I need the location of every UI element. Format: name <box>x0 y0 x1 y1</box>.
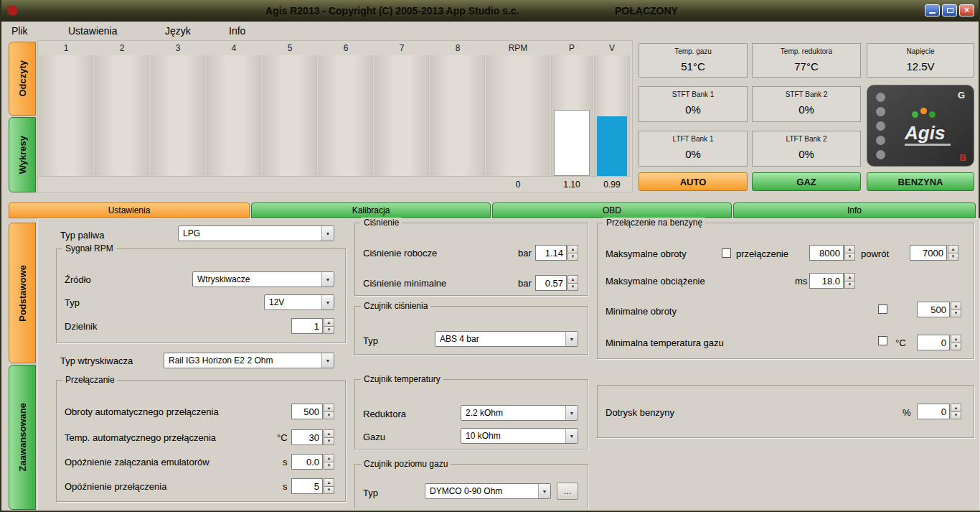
gazu-select[interactable]: 10 kOhm ▼ <box>461 428 578 444</box>
tab-info[interactable]: Info <box>733 203 976 218</box>
reduktora-select[interactable]: 2.2 kOhm ▼ <box>461 405 578 421</box>
chart-column: 6 <box>318 41 374 192</box>
minimize-button[interactable] <box>925 4 940 17</box>
spin-down-icon[interactable]: ▼ <box>844 281 855 289</box>
typ-paliwa-value: LPG <box>179 226 321 241</box>
cisnienie-minimalne-unit: bar <box>518 278 532 289</box>
maks-obciazenie-value[interactable]: 18.0 <box>809 273 844 289</box>
spin-up-icon[interactable]: ▲ <box>951 335 961 343</box>
spin-down-icon[interactable]: ▼ <box>324 487 334 495</box>
zrodlo-select[interactable]: Wtryskiwacze ▼ <box>192 271 334 287</box>
spin-up-icon[interactable]: ▲ <box>951 404 961 412</box>
typ-paliwa-select[interactable]: LPG ▼ <box>178 225 334 241</box>
auto-mode-button[interactable]: AUTO <box>639 172 748 191</box>
min-temp-checkbox[interactable] <box>878 336 887 345</box>
spin-up-icon[interactable]: ▲ <box>951 302 961 310</box>
spin-up-icon[interactable]: ▲ <box>567 245 578 253</box>
cisnienie-robocze-value[interactable]: 1.14 <box>535 245 567 261</box>
spin-up-icon[interactable]: ▲ <box>324 318 334 327</box>
czujnik-cisnienia-select[interactable]: ABS 4 bar ▼ <box>435 331 578 347</box>
dotrysk-spinner: 0 ▲▼ <box>917 404 961 419</box>
spin-down-icon[interactable]: ▼ <box>324 438 334 446</box>
chart-track <box>486 55 550 176</box>
spin-down-icon[interactable]: ▼ <box>844 253 855 261</box>
min-temp-value[interactable]: 0 <box>917 335 950 350</box>
opoznienie-przelaczenia-label: Opóźnienie przełączenia <box>65 481 166 492</box>
chevron-down-icon: ▼ <box>321 272 334 287</box>
temp-auto-label: Temp. automatycznego przełączenia <box>65 432 216 443</box>
spin-down-icon[interactable]: ▼ <box>567 253 578 261</box>
benzyna-mode-button[interactable]: BENZYNA <box>867 172 974 191</box>
spin-up-icon[interactable]: ▲ <box>844 245 855 253</box>
chart-column-header: P <box>550 41 593 55</box>
spin-down-icon[interactable]: ▼ <box>324 462 334 470</box>
dzielnik-value[interactable]: 1 <box>291 318 323 334</box>
chart-column-header: 1 <box>38 41 94 55</box>
chart-value-label <box>318 176 374 192</box>
tab-podstawowe[interactable]: Podstawowe <box>9 223 36 363</box>
maks-obroty-value[interactable]: 8000 <box>809 245 844 261</box>
chart-value-label <box>374 176 430 192</box>
close-button[interactable]: × <box>959 4 974 17</box>
czujnik-temperatury-group-title: Czujnik temperatury <box>361 374 443 384</box>
menu-plik[interactable]: Plik <box>11 25 28 37</box>
title-bar: Agis R2013 - Copyright (C) 2005-2013 App… <box>1 0 979 22</box>
czujnik-poziomu-more-button[interactable]: ... <box>557 483 578 500</box>
tab-kalibracja[interactable]: Kalibracja <box>251 203 491 218</box>
cisnienie-minimalne-value[interactable]: 0.57 <box>535 275 567 291</box>
spin-up-icon[interactable]: ▲ <box>324 478 334 487</box>
min-temp-unit: °C <box>895 338 906 348</box>
logo-letter-b: B <box>960 152 966 163</box>
spin-up-icon[interactable]: ▲ <box>324 429 334 438</box>
spin-up-icon[interactable]: ▲ <box>324 404 334 412</box>
menu-info[interactable]: Info <box>229 25 245 37</box>
spin-down-icon[interactable]: ▼ <box>951 412 961 420</box>
obroty-auto-value[interactable]: 500 <box>291 404 323 419</box>
przelaczanie-group-title: Przełączanie <box>62 375 118 385</box>
spin-down-icon[interactable]: ▼ <box>324 412 334 420</box>
spin-down-icon[interactable]: ▼ <box>948 253 958 261</box>
chart-column-voltage: V0.99 <box>593 41 631 192</box>
dotrysk-value[interactable]: 0 <box>917 404 950 419</box>
chart-value-label: 0.99 <box>593 176 631 192</box>
tab-wykresy[interactable]: Wykresy <box>9 117 36 192</box>
voltage-bar <box>597 116 627 176</box>
temp-auto-value[interactable]: 30 <box>291 429 323 445</box>
panel-caption: Temp. gazu <box>639 47 747 55</box>
spin-up-icon[interactable]: ▲ <box>844 273 855 281</box>
powrot-value[interactable]: 7000 <box>910 245 947 261</box>
panel-value: 0% <box>753 148 860 160</box>
panel-stft-bank2: STFT Bank 2 0% <box>752 86 861 122</box>
opoznienie-emulatorow-value[interactable]: 0.0 <box>291 454 323 470</box>
typ-wtryskiwacza-select[interactable]: Rail IG3 Horizon E2 2 Ohm ▼ <box>164 353 334 368</box>
tab-zaawansowane[interactable]: Zaawansowane <box>9 365 36 510</box>
spin-down-icon[interactable]: ▼ <box>951 310 961 318</box>
czujnik-poziomu-select[interactable]: DYMCO 0-90 Ohm ▼ <box>425 483 551 499</box>
chart-column-rpm: RPM0 <box>486 41 550 192</box>
tab-odczyty[interactable]: Odczyty <box>9 42 36 116</box>
spin-down-icon[interactable]: ▼ <box>324 327 334 335</box>
spin-up-icon[interactable]: ▲ <box>567 275 578 284</box>
tab-ustawienia[interactable]: Ustawienia <box>9 203 250 218</box>
spin-down-icon[interactable]: ▼ <box>951 343 961 351</box>
opoznienie-przelaczenia-value[interactable]: 5 <box>291 478 323 494</box>
menu-ustawienia[interactable]: Ustawienia <box>68 25 117 37</box>
cisnienie-robocze-unit: bar <box>518 248 532 259</box>
window-controls: × <box>925 4 974 17</box>
tab-obd[interactable]: OBD <box>492 203 732 218</box>
spin-down-icon[interactable]: ▼ <box>567 284 578 292</box>
czujnik-cisnienia-value: ABS 4 bar <box>435 332 565 346</box>
gaz-mode-button[interactable]: GAZ <box>752 172 861 191</box>
logo-brand-text: Agis <box>905 123 951 146</box>
przelaczenie-checkbox[interactable] <box>722 248 731 258</box>
spin-up-icon[interactable]: ▲ <box>324 454 334 462</box>
restore-button[interactable] <box>942 4 957 17</box>
spin-up-icon[interactable]: ▲ <box>948 245 958 253</box>
tab-wykresy-label: Wykresy <box>17 136 28 174</box>
reduktora-label: Reduktora <box>363 409 406 419</box>
min-obroty-value[interactable]: 500 <box>917 302 950 317</box>
min-obroty-checkbox[interactable] <box>878 304 887 314</box>
chart-value-label <box>430 176 486 192</box>
menu-jezyk[interactable]: Język <box>165 25 191 37</box>
rpm-typ-select[interactable]: 12V ▼ <box>264 294 334 310</box>
